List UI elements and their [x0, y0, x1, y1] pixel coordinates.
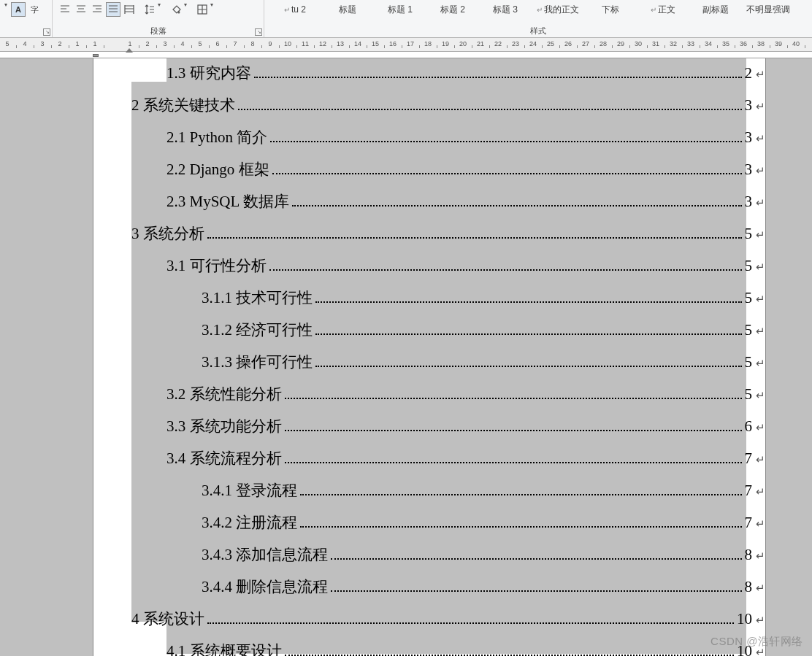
borders-button[interactable] — [195, 2, 210, 17]
font-color-button[interactable]: A — [11, 2, 26, 17]
align-justify-icon — [108, 4, 118, 15]
toc-entry-page: 7 — [745, 514, 756, 532]
style-item[interactable]: 副标题 — [689, 2, 742, 18]
first-line-indent-marker[interactable] — [126, 48, 133, 53]
document-workspace: 1.3 研究内容2↵2 系统关键技术3↵2.1 Python 简介3↵2.2 D… — [0, 58, 812, 656]
toc-entry-title: 2.1 Python 简介 — [166, 127, 267, 147]
toc-entry-title: 3.4.2 注册流程 — [202, 512, 297, 533]
toc-entry[interactable]: 3.4.2 注册流程7↵ — [93, 512, 765, 544]
style-item-label: 标题 1 — [388, 4, 413, 15]
fill-color-dd-icon[interactable]: ▾ — [184, 1, 190, 8]
style-item[interactable]: ↵我的正文 — [532, 2, 584, 18]
style-item[interactable]: 标题 2 — [426, 2, 479, 18]
style-item-label: 下标 — [602, 4, 619, 15]
toc-leader-dots — [238, 109, 742, 110]
ruler-tick: 2 — [140, 40, 155, 47]
return-icon: ↵ — [651, 6, 656, 14]
toc-entry[interactable]: 3.1 可行性分析5↵ — [93, 255, 765, 288]
line-spacing-dd-icon[interactable]: ▾ — [158, 1, 164, 8]
toc-entry[interactable]: 3.4.3 添加信息流程8↵ — [93, 544, 765, 576]
toc-entry[interactable]: 4 系统设计10↵ — [93, 609, 765, 641]
toc-entry-title: 3.1.1 技术可行性 — [202, 288, 313, 308]
toc-entry[interactable]: 3.1.2 经济可行性5↵ — [93, 320, 765, 352]
align-left-button[interactable] — [58, 2, 72, 17]
toc-entry[interactable]: 3.4 系统流程分析7↵ — [93, 448, 765, 480]
ruler-tick: 39 — [771, 40, 786, 47]
toc-entry[interactable]: 2.2 Django 框架3↵ — [93, 159, 765, 191]
toc-leader-dots — [285, 462, 742, 463]
ruler-tick: 19 — [438, 40, 453, 47]
toc-entry-page: 3 — [745, 161, 756, 179]
ruler-tick: 33 — [683, 40, 698, 47]
paragraph-mark-icon: ↵ — [755, 164, 765, 177]
style-item[interactable]: ↵正文 — [637, 2, 689, 18]
style-item[interactable]: 标题 — [321, 2, 374, 18]
ruler-tick: 26 — [561, 40, 575, 47]
toc-entry-page: 3 — [745, 128, 756, 147]
ruler-tick: 32 — [666, 40, 681, 47]
fill-color-button[interactable] — [169, 2, 183, 17]
toc-entry[interactable]: 3 系统分析5↵ — [93, 223, 765, 255]
paragraph-mark-icon: ↵ — [755, 582, 765, 595]
borders-icon — [197, 4, 207, 15]
toc-entry[interactable]: 2.3 MySQL 数据库3↵ — [93, 191, 765, 223]
ruler-tick: 17 — [403, 40, 418, 47]
toc-leader-dots — [270, 141, 741, 142]
ruler-tick: 10 — [280, 40, 295, 47]
font-dropdown-icon[interactable]: ▾ — [4, 1, 10, 8]
ruler-tick: 16 — [386, 40, 400, 47]
line-spacing-button[interactable] — [142, 2, 157, 17]
style-item[interactable]: 下标 — [584, 2, 637, 18]
toc-entry[interactable]: 1.3 研究内容2↵ — [93, 63, 765, 95]
left-indent-marker[interactable] — [93, 54, 99, 57]
font-style-button[interactable]: 字 — [27, 2, 42, 17]
return-icon: ↵ — [537, 6, 543, 14]
toc-entry-title: 3 系统分析 — [131, 223, 204, 244]
ruler-tick: 24 — [526, 40, 540, 47]
toc-entry-page: 10 — [737, 610, 755, 628]
paragraph-mark-icon: ↵ — [755, 196, 765, 209]
style-item[interactable]: 标题 3 — [479, 2, 532, 18]
paragraph-dialog-launcher[interactable]: ↘ — [255, 28, 262, 36]
toc-entry[interactable]: 3.2 系统性能分析5↵ — [93, 384, 765, 416]
ruler-tick: 13 — [333, 40, 348, 47]
paragraph-mark-icon: ↵ — [755, 357, 765, 370]
toc-entry[interactable]: 2.1 Python 简介3↵ — [93, 127, 765, 159]
align-center-button[interactable] — [74, 2, 88, 17]
toc-entry-page: 2 — [745, 64, 756, 82]
bucket-icon — [171, 4, 181, 15]
align-justify-button[interactable] — [106, 2, 120, 17]
toc-entry-title: 2 系统关键技术 — [131, 95, 235, 115]
table-of-contents: 1.3 研究内容2↵2 系统关键技术3↵2.1 Python 简介3↵2.2 D… — [93, 58, 765, 656]
style-item[interactable]: 标题 1 — [374, 2, 426, 18]
toc-entry-page: 3 — [745, 96, 756, 115]
horizontal-ruler[interactable]: 5432111234567891011121314151617181920212… — [0, 38, 812, 52]
toc-entry-page: 5 — [745, 257, 756, 275]
toc-entry[interactable]: 3.4.4 删除信息流程8↵ — [93, 576, 765, 609]
toc-entry[interactable]: 3.3 系统功能分析6↵ — [93, 416, 765, 448]
ruler-tick: 2 — [53, 40, 67, 47]
toc-entry[interactable]: 3.4.1 登录流程7↵ — [93, 480, 765, 512]
document-page[interactable]: 1.3 研究内容2↵2 系统关键技术3↵2.1 Python 简介3↵2.2 D… — [93, 58, 765, 656]
toc-entry-page: 5 — [745, 225, 756, 243]
toc-entry-title: 4 系统设计 — [131, 609, 204, 629]
ruler-tick: 3 — [158, 40, 172, 47]
paragraph-mark-icon: ↵ — [755, 293, 765, 306]
distribute-button[interactable] — [122, 2, 137, 17]
toc-entry[interactable]: 2 系统关键技术3↵ — [93, 95, 765, 127]
borders-dd-icon[interactable]: ▾ — [210, 1, 216, 8]
toc-entry[interactable]: 3.1.1 技术可行性5↵ — [93, 288, 765, 320]
style-item[interactable]: ↵tu 2 — [269, 3, 321, 16]
toc-entry[interactable]: 4.1 系统概要设计10↵ — [93, 641, 765, 656]
paragraph-mark-icon: ↵ — [755, 421, 765, 434]
toc-entry[interactable]: 3.1.3 操作可行性5↵ — [93, 352, 765, 384]
toc-entry-title: 3.1 可行性分析 — [166, 255, 267, 276]
font-dialog-launcher[interactable]: ↘ — [43, 28, 50, 36]
toc-entry-page: 5 — [745, 289, 756, 307]
toc-leader-dots — [269, 269, 742, 271]
align-right-icon — [92, 4, 102, 15]
align-right-button[interactable] — [90, 2, 104, 17]
toc-entry-title: 2.3 MySQL 数据库 — [166, 191, 289, 212]
ruler-tick: 11 — [298, 40, 313, 47]
style-item[interactable]: 不明显强调 — [742, 2, 794, 18]
